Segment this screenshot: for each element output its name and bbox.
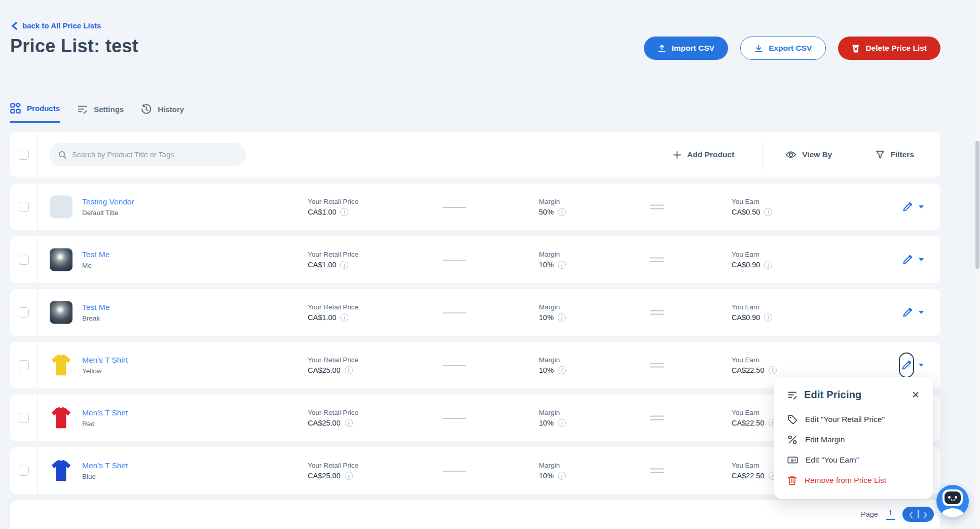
info-icon[interactable]: i — [340, 261, 348, 269]
edit-pricing-button[interactable] — [902, 307, 913, 318]
tab-products[interactable]: Products — [10, 103, 60, 123]
chatbot-launcher[interactable] — [936, 485, 969, 517]
product-variant: Red — [82, 420, 128, 428]
info-icon[interactable]: i — [345, 366, 353, 374]
retail-price-label: Your Retail Price — [308, 303, 358, 311]
pencil-icon — [902, 202, 913, 212]
product-title-link[interactable]: Men's T Shirt — [82, 461, 128, 470]
product-image — [50, 460, 72, 482]
tab-history[interactable]: History — [141, 103, 184, 123]
popup-title: Edit Pricing — [804, 389, 862, 401]
edit-dropdown-caret[interactable] — [919, 311, 924, 314]
menu-item-remove-from-price-list[interactable]: Remove from Price List — [787, 470, 920, 490]
info-icon[interactable]: i — [345, 472, 353, 480]
view-by-button[interactable]: View By — [785, 150, 832, 159]
edit-pricing-button-active[interactable] — [899, 352, 914, 378]
row-select-cell — [10, 289, 38, 336]
chevron-left-icon[interactable]: ❮ — [904, 511, 918, 518]
retail-price-value: CA$25.00 — [308, 366, 341, 374]
page-number-input[interactable]: 1 — [886, 509, 895, 520]
you-earn-label: You Earn — [732, 303, 772, 311]
info-icon[interactable]: i — [558, 366, 566, 374]
delete-price-list-button[interactable]: Delete Price List — [838, 37, 940, 60]
info-icon[interactable]: i — [558, 472, 566, 480]
funnel-icon — [876, 150, 885, 159]
margin-label: Margin — [539, 251, 566, 258]
svg-text:$: $ — [791, 457, 794, 463]
info-icon[interactable]: i — [764, 313, 772, 322]
margin-label: Margin — [539, 198, 566, 205]
info-icon[interactable]: i — [558, 419, 566, 427]
minus-separator — [443, 260, 466, 261]
info-icon[interactable]: i — [764, 208, 772, 216]
info-icon[interactable]: i — [764, 261, 772, 269]
info-icon[interactable]: i — [340, 208, 348, 216]
row-checkbox[interactable] — [19, 466, 29, 476]
tag-icon — [787, 414, 797, 425]
chevron-right-icon[interactable]: ❯ — [919, 511, 932, 518]
you-earn-label: You Earn — [732, 251, 772, 258]
product-title-link[interactable]: Men's T Shirt — [82, 356, 128, 365]
select-all-cell — [10, 132, 38, 178]
you-earn-label: You Earn — [732, 356, 777, 364]
edit-dropdown-caret[interactable] — [919, 364, 924, 367]
page-nav: ❮ ❯ — [902, 507, 934, 522]
info-icon[interactable]: i — [340, 313, 348, 322]
trash-icon — [787, 475, 797, 485]
product-title-link[interactable]: Test Me — [82, 303, 110, 312]
row-select-cell — [10, 447, 38, 494]
minus-separator — [443, 312, 466, 313]
retail-price-value: CA$1.00 — [308, 208, 336, 216]
tab-settings[interactable]: Settings — [77, 103, 124, 123]
row-checkbox[interactable] — [19, 360, 29, 370]
product-title-link[interactable]: Testing Vendor — [82, 197, 134, 206]
info-icon[interactable]: i — [558, 208, 566, 216]
search-field[interactable] — [49, 143, 246, 166]
banknote-icon: $ — [787, 455, 798, 465]
row-checkbox[interactable] — [19, 255, 29, 265]
equals-separator — [650, 363, 664, 368]
table-toolbar: Add Product View By Filters — [10, 132, 940, 178]
edit-pricing-button[interactable] — [902, 202, 913, 212]
info-icon[interactable]: i — [558, 261, 566, 269]
product-image — [50, 354, 72, 377]
filters-button[interactable]: Filters — [876, 150, 914, 159]
add-product-button[interactable]: Add Product — [673, 150, 734, 159]
edit-dropdown-caret[interactable] — [919, 258, 924, 261]
export-csv-button[interactable]: Export CSV — [740, 37, 826, 60]
row-checkbox[interactable] — [19, 307, 29, 318]
info-icon[interactable]: i — [558, 313, 566, 322]
search-icon — [58, 151, 67, 159]
product-title-link[interactable]: Test Me — [82, 250, 110, 259]
edit-dropdown-caret[interactable] — [919, 205, 924, 208]
retail-price-value: CA$1.00 — [308, 261, 336, 269]
chevron-left-icon — [11, 22, 18, 30]
equals-separator — [650, 310, 664, 315]
page-label: Page — [861, 510, 878, 518]
product-title-link[interactable]: Men's T Shirt — [82, 408, 128, 417]
scrollbar-thumb[interactable] — [975, 141, 979, 269]
minus-separator — [443, 365, 466, 366]
import-csv-button[interactable]: Import CSV — [644, 37, 728, 60]
select-all-checkbox[interactable] — [19, 150, 29, 160]
info-icon[interactable]: i — [345, 419, 353, 427]
row-checkbox[interactable] — [19, 202, 29, 212]
margin-value: 10% — [539, 472, 554, 480]
search-input[interactable] — [72, 151, 237, 159]
back-link[interactable]: back to All Price Lists — [11, 21, 101, 30]
info-icon[interactable]: i — [769, 366, 777, 374]
margin-value: 50% — [539, 208, 554, 216]
edit-pricing-button[interactable] — [902, 255, 913, 265]
product-variant: Default Title — [82, 209, 134, 217]
close-icon[interactable]: ✕ — [912, 390, 920, 400]
plus-icon — [673, 151, 681, 159]
menu-item-edit-you-earn[interactable]: $ Edit "You Earn" — [787, 450, 920, 470]
row-checkbox[interactable] — [19, 413, 29, 423]
margin-label: Margin — [539, 409, 566, 416]
retail-price-value: CA$25.00 — [308, 472, 341, 480]
equals-separator — [650, 416, 664, 420]
margin-label: Margin — [539, 462, 566, 469]
menu-item-edit-retail-price[interactable]: Edit "Your Retail Price" — [787, 409, 920, 430]
margin-label: Margin — [539, 303, 566, 311]
menu-item-edit-margin[interactable]: Edit Margin — [787, 430, 920, 450]
